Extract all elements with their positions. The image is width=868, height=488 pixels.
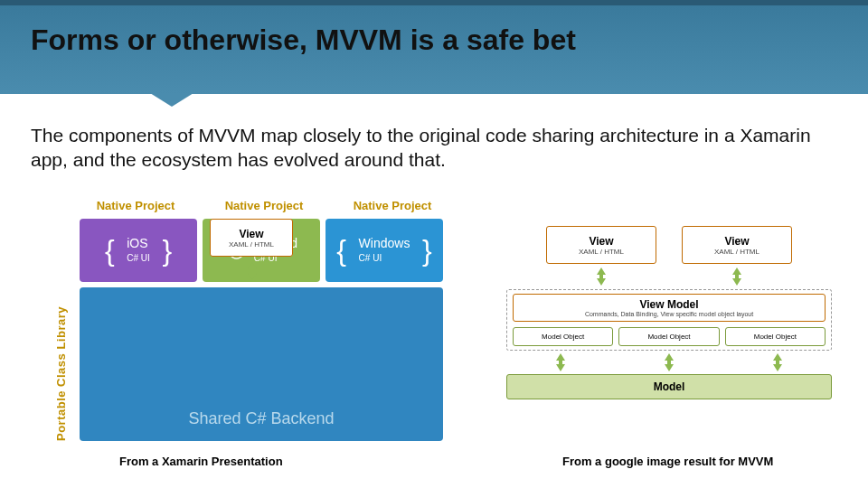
native-project-label: Native Project (210, 199, 318, 212)
model-box: Model (506, 374, 832, 399)
left-caption: From a Xamarin Presentation (119, 455, 283, 468)
double-arrow-icon (769, 353, 786, 371)
viewmodel-wrap: View Model Commands, Data Binding, View … (506, 289, 832, 351)
overlay-double-arrow-icon (244, 262, 260, 280)
ios-label: iOS C# UI (127, 237, 150, 265)
view-row: View XAML / HTML View XAML / HTML (533, 226, 805, 264)
windows-label: Windows C# UI (359, 237, 410, 265)
brace-icon: } (156, 235, 179, 266)
mvvm-diagram: View XAML / HTML View XAML / HTML View M… (506, 226, 832, 399)
view-box: View XAML / HTML (682, 226, 792, 264)
slide-header: Forms or otherwise, MVVM is a safe bet (0, 0, 868, 94)
double-arrow-icon (729, 267, 745, 286)
overlay-view-sub: XAML / HTML (211, 240, 292, 249)
slide-subtitle: The components of MVVM map closely to th… (31, 123, 837, 173)
view-box: View XAML / HTML (546, 226, 656, 264)
native-project-label: Native Project (81, 199, 190, 212)
pcl-label: Portable Class Library (54, 306, 68, 441)
overlay-view-box: View XAML / HTML (210, 219, 293, 257)
double-arrow-icon (593, 267, 609, 286)
native-project-label: Native Project (338, 199, 447, 212)
brace-icon: { (98, 235, 121, 266)
double-arrow-icon (661, 353, 677, 371)
model-object-row: Model Object Model Object Model Object (513, 327, 826, 346)
overlay-view-title: View (211, 228, 292, 240)
brace-icon: { (330, 235, 354, 266)
brace-icon: } (415, 235, 439, 266)
viewmodel-box: View Model Commands, Data Binding, View … (513, 294, 826, 322)
windows-ui-box: { Windows C# UI } (326, 219, 443, 282)
double-arrow-icon (552, 353, 569, 371)
header-arrow-icon (150, 93, 193, 107)
shared-backend-box: Shared C# Backend (80, 287, 443, 441)
vm-model-arrows (506, 353, 832, 371)
right-caption: From a google image result for MVVM (562, 455, 773, 468)
model-object-box: Model Object (725, 327, 826, 346)
ios-ui-box: { iOS C# UI } (80, 219, 197, 282)
slide-title: Forms or otherwise, MVVM is a safe bet (31, 23, 576, 57)
shared-backend-label: Shared C# Backend (188, 409, 334, 428)
model-object-box: Model Object (618, 327, 719, 346)
model-object-box: Model Object (513, 327, 613, 346)
native-project-labels: Native Project Native Project Native Pro… (81, 199, 447, 212)
view-vm-arrows (533, 267, 805, 286)
